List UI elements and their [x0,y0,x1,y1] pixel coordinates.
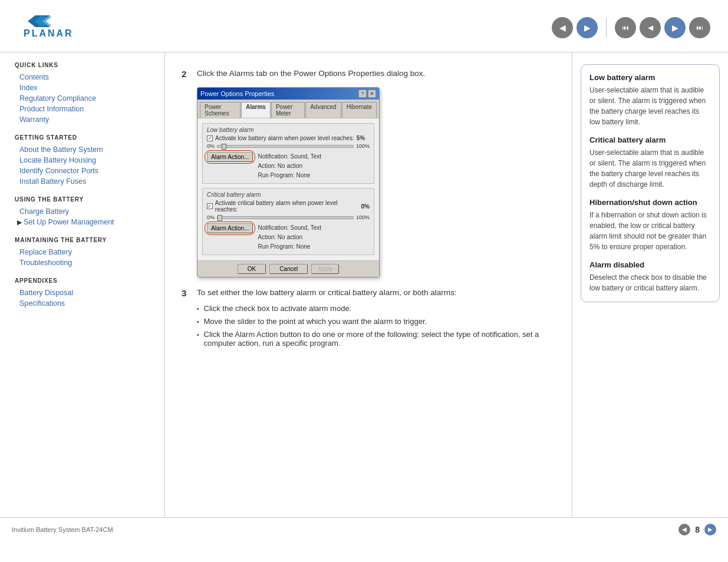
dialog-cancel-btn[interactable]: Cancel [269,264,308,274]
critical-alarm-detail: Notification: Sound, Text Action: No act… [258,223,321,252]
tab-advanced[interactable]: Advanced [305,102,341,118]
critical-alarm-min: 0% [207,214,215,220]
rp-section-low-alarm: Low battery alarm User-selectable alarm … [589,73,711,127]
rp-section-alarm-disabled: Alarm disabled Deselect the check box to… [589,260,711,293]
rp-text-low-alarm: User-selectable alarm that is audible or… [589,85,711,127]
bullet-text-3: Click the Alarm Action button to do one … [204,330,558,348]
critical-alarm-section: Critical battery alarm ✓ Activate critic… [202,188,374,255]
bullet-item-2: • Move the slider to the point at which … [197,317,558,326]
bullet-item-3: • Click the Alarm Action button to do on… [197,330,558,348]
low-alarm-slider-track[interactable] [217,145,354,148]
sidebar-section-title-using-battery: USING THE BATTERY [15,196,153,203]
rp-title-hibernation: Hibernation/shut down action [589,198,711,207]
sidebar: QUICK LINKS Contents Index Regulatory Co… [0,52,165,517]
low-alarm-checkbox-row: ✓ Activate low battery alarm when power … [207,135,370,141]
sidebar-item-warranty[interactable]: Warranty [15,114,153,125]
nav-prev-button[interactable]: ◀ [552,17,573,38]
tab-alarms[interactable]: Alarms [241,102,271,118]
nav-next-button[interactable]: ▶ [577,17,598,38]
step3-intro: To set either the low battery alarm or c… [197,288,456,297]
low-alarm-slider-row: 0% 100% [207,143,370,149]
svg-text:PLANAR: PLANAR [24,28,74,38]
bullet-text-2: Move the slider to the point at which yo… [204,317,427,326]
bullet-dot-1: • [197,306,199,312]
tab-power-schemes[interactable]: Power Schemes [200,102,241,118]
nav-prev2-button[interactable]: ◀ [640,17,661,38]
sidebar-item-power-management[interactable]: ▶ Set Up Power Management [15,217,153,227]
critical-alarm-check-label: Activate critical battery alarm when pow… [215,200,359,213]
nav-first-button[interactable]: ⏮ [615,17,636,38]
sidebar-item-connector-ports[interactable]: Identify Connector Ports [15,166,153,176]
dialog-body: Low battery alarm ✓ Activate low battery… [197,118,379,260]
sidebar-section-title: QUICK LINKS [15,62,153,68]
critical-alarm-slider-row: 0% 100% [207,214,370,220]
step3-number: 3 [182,288,192,298]
sidebar-section-getting-started: GETTING STARTED About the Battery System… [15,134,153,187]
dialog-titlebar: Power Options Properties ? ✕ [197,88,379,100]
rp-title-alarm-disabled: Alarm disabled [589,260,711,269]
sidebar-item-regulatory-compliance[interactable]: Regulatory Compliance [15,93,153,104]
rp-section-critical-alarm: Critical battery alarm User-selectable a… [589,135,711,190]
sidebar-section-title-getting-started: GETTING STARTED [15,134,153,141]
critical-alarm-btn-detail-row: Alarm Action... Notification: Sound, Tex… [207,223,370,252]
sidebar-section-maintaining: MAINTAINING THE BATTERY Replace Battery … [15,237,153,268]
sidebar-section-appendixes: APPENDIXES Battery Disposal Specificatio… [15,277,153,309]
dialog-footer: OK Cancel Apply [197,260,379,277]
low-alarm-min: 0% [207,143,215,149]
dialog-close-btn[interactable]: ✕ [368,90,376,98]
step2-number: 2 [182,69,192,79]
critical-alarm-slider-track[interactable] [217,216,354,219]
dialog-apply-btn[interactable]: Apply [311,264,339,274]
right-panel: Low battery alarm User-selectable alarm … [572,52,728,517]
low-alarm-check-label: Activate low battery alarm when power le… [215,135,354,141]
rp-text-hibernation: If a hibernation or shut down action is … [589,210,711,252]
critical-alarm-checkbox[interactable]: ✓ [207,203,213,209]
sidebar-item-replace-battery[interactable]: Replace Battery [15,247,153,257]
page-navigation: ◀ 8 ▶ [678,524,716,535]
rp-title-critical-alarm: Critical battery alarm [589,135,711,144]
sidebar-item-charge-battery[interactable]: Charge Battery [15,206,153,217]
dialog-title: Power Options Properties [200,90,274,97]
low-alarm-action-btn[interactable]: Alarm Action... [207,152,253,162]
sidebar-item-product-information[interactable]: Product Information [15,104,153,114]
dialog-screenshot: Power Options Properties ? ✕ Power Schem… [197,87,380,277]
rp-section-hibernation: Hibernation/shut down action If a hibern… [589,198,711,252]
nav-last-button[interactable]: ⏭ [689,17,710,38]
low-alarm-title: Low battery alarm [207,127,370,133]
sidebar-item-install-fuses[interactable]: Install Battery Fuses [15,176,153,187]
active-arrow-icon: ▶ [17,219,22,226]
sidebar-item-specifications[interactable]: Specifications [15,298,153,309]
sidebar-section-title-maintaining: MAINTAINING THE BATTERY [15,237,153,243]
planar-logo: PLANAR [18,11,83,43]
footer-prev-btn[interactable]: ◀ [678,524,690,535]
low-alarm-btn-detail-row: Alarm Action... Notification: Sound, Tex… [207,152,370,180]
sidebar-item-troubleshooting[interactable]: Troubleshooting [15,257,153,268]
logo-area: PLANAR [18,11,552,45]
rp-text-critical-alarm: User-selectable alarm that is audible or… [589,147,711,190]
step3-bullets: • Click the check box to activate alarm … [197,304,558,348]
critical-alarm-action-btn[interactable]: Alarm Action... [207,223,253,233]
sidebar-item-contents[interactable]: Contents [15,72,153,82]
critical-alarm-percent: 0% [361,203,370,210]
step2-text: Click the Alarms tab on the Power Option… [197,69,425,78]
sidebar-item-battery-disposal[interactable]: Battery Disposal [15,287,153,298]
low-alarm-percent: 5% [357,135,365,141]
nav-controls: ◀ ▶ ⏮ ◀ ▶ ⏭ [552,17,710,38]
critical-alarm-checkbox-row: ✓ Activate critical battery alarm when p… [207,200,370,213]
footer-next-btn[interactable]: ▶ [704,524,716,535]
nav-next2-button[interactable]: ▶ [664,17,686,38]
sidebar-section-quick-links: QUICK LINKS Contents Index Regulatory Co… [15,62,153,125]
rp-text-alarm-disabled: Deselect the check box to disable the lo… [589,272,711,293]
sidebar-item-about-battery[interactable]: About the Battery System [15,144,153,155]
tab-power-meter[interactable]: Power Meter [271,102,305,118]
low-alarm-checkbox[interactable]: ✓ [207,135,213,141]
page-number: 8 [695,525,700,534]
dialog-help-btn[interactable]: ? [358,90,367,98]
sidebar-item-index[interactable]: Index [15,82,153,93]
footer-bar: Invitium Battery System BAT-24CM ◀ 8 ▶ [0,517,728,541]
dialog-window-buttons: ? ✕ [358,90,376,98]
tab-hibernate[interactable]: Hibernate [342,102,377,118]
dialog-ok-btn[interactable]: OK [238,264,266,274]
sidebar-item-locate-battery[interactable]: Locate Battery Housing [15,155,153,166]
low-alarm-section: Low battery alarm ✓ Activate low battery… [202,123,374,184]
